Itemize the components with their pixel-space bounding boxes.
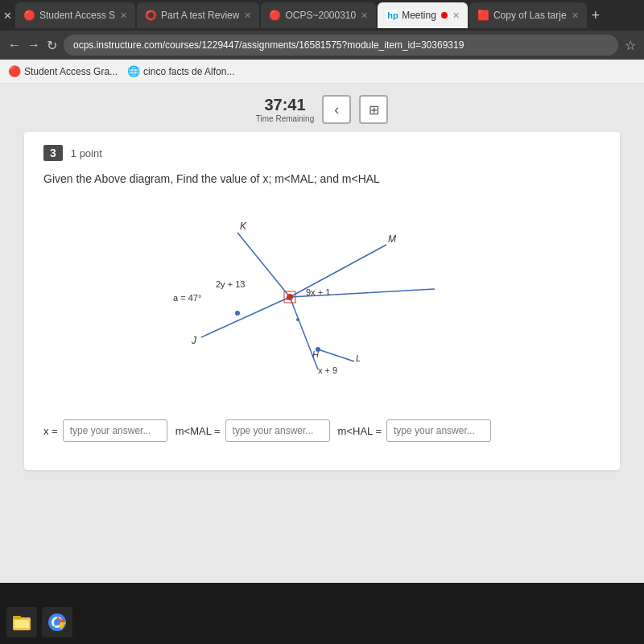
timer-area: 37:41 Time Remaining ‹ ⊞ — [0, 84, 644, 132]
tab-close-student[interactable]: ✕ — [120, 10, 127, 21]
question-number: 3 — [43, 145, 63, 161]
answer-input-hal[interactable] — [386, 419, 491, 442]
tab-copy[interactable]: 🟥 Copy of Las tarje ✕ — [469, 2, 587, 28]
tab-close-meeting[interactable]: ✕ — [452, 10, 460, 21]
tab-label-meeting: Meeting — [402, 10, 436, 21]
bookmark-star-icon[interactable]: ☆ — [625, 38, 636, 53]
tab-ocps[interactable]: 🔴 OCPS~2000310 ✕ — [261, 2, 376, 28]
tab-icon-copy: 🟥 — [477, 10, 489, 21]
svg-line-2 — [201, 297, 290, 337]
tab-label-copy: Copy of Las tarje — [493, 10, 567, 21]
calculator-button[interactable]: ⊞ — [359, 95, 388, 124]
svg-line-8 — [318, 349, 354, 361]
back-nav-button[interactable]: ‹ — [322, 95, 351, 124]
tab-close-copy[interactable]: ✕ — [572, 10, 579, 21]
svg-line-0 — [237, 233, 290, 297]
answer-area: x = m<MAL = m<HAL = — [43, 419, 601, 442]
new-tab-button[interactable]: + — [592, 7, 601, 24]
svg-text:a = 47°: a = 47° — [173, 293, 201, 303]
tab-icon-ocps: 🔴 — [269, 10, 280, 21]
tab-label-student: Student Access S — [39, 10, 115, 21]
bookmark-icon-student: 🔴 — [8, 65, 21, 77]
taskbar-file-explorer[interactable] — [6, 607, 37, 638]
svg-point-15 — [235, 311, 240, 316]
forward-button[interactable]: → — [27, 38, 40, 52]
svg-text:2y + 13: 2y + 13 — [216, 279, 245, 289]
svg-point-26 — [54, 619, 60, 625]
taskbar — [0, 601, 644, 644]
bookmark-icon-cinco: 🌐 — [127, 65, 140, 77]
tab-part-a[interactable]: ⭕ Part A test Review ✕ — [137, 2, 259, 28]
bookmark-label-student: Student Access Gra... — [24, 66, 118, 77]
svg-text:9x + 1: 9x + 1 — [306, 287, 330, 297]
tab-label-ocps: OCPS~2000310 — [285, 10, 356, 21]
tab-icon-meeting: hp — [386, 10, 397, 21]
answer-group-hal: m<HAL = — [338, 419, 491, 442]
svg-text:L: L — [356, 353, 361, 363]
question-header: 3 1 point — [43, 145, 601, 161]
svg-point-14 — [316, 347, 320, 352]
svg-text:A: A — [286, 293, 292, 302]
answer-input-x[interactable] — [63, 419, 167, 442]
chrome-icon — [46, 611, 68, 634]
tab-close-ocps[interactable]: ✕ — [361, 10, 368, 21]
question-text: Given the Above diagram, Find the value … — [43, 171, 601, 188]
answer-label-mal: m<MAL = — [175, 425, 221, 437]
answer-group-mal: m<MAL = — [175, 419, 330, 442]
timer-value: 37:41 — [256, 96, 314, 114]
diagram-svg: K J M H L — [43, 200, 601, 410]
bookmark-cinco-facts[interactable]: 🌐 cinco facts de Alfon... — [127, 65, 234, 77]
answer-label-x: x = — [43, 425, 58, 437]
bookmark-label-cinco: cinco facts de Alfon... — [143, 66, 234, 77]
timer-box: 37:41 Time Remaining — [256, 96, 314, 123]
tab-icon-student: 🔴 — [23, 10, 35, 21]
svg-rect-22 — [13, 616, 21, 619]
tab-close-part-a[interactable]: ✕ — [244, 10, 251, 21]
refresh-button[interactable]: ↻ — [47, 38, 57, 53]
tab-label-part-a: Part A test Review — [161, 10, 239, 21]
bookmarks-bar: 🔴 Student Access Gra... 🌐 cinco facts de… — [0, 60, 644, 84]
tab-bar: ✕ 🔴 Student Access S ✕ ⭕ Part A test Rev… — [0, 0, 644, 31]
answer-input-mal[interactable] — [225, 419, 330, 442]
svg-point-16 — [296, 318, 299, 321]
tab-icon-part-a: ⭕ — [145, 10, 156, 21]
address-bar: ← → ↻ ☆ — [0, 31, 644, 60]
answer-label-hal: m<HAL = — [338, 425, 382, 437]
address-input[interactable] — [64, 35, 618, 56]
svg-text:K: K — [240, 221, 247, 232]
answer-group-x: x = — [43, 419, 167, 442]
svg-line-4 — [290, 245, 386, 297]
svg-rect-23 — [14, 620, 29, 628]
browser-chrome: ✕ 🔴 Student Access S ✕ ⭕ Part A test Rev… — [0, 0, 644, 84]
bookmark-student-access[interactable]: 🔴 Student Access Gra... — [8, 65, 118, 77]
question-points: 1 point — [71, 147, 102, 159]
recording-indicator — [441, 12, 448, 19]
svg-text:J: J — [191, 335, 197, 346]
timer-label: Time Remaining — [256, 114, 314, 123]
file-explorer-icon — [10, 611, 33, 634]
diagram-area: K J M H L — [43, 200, 601, 410]
taskbar-chrome[interactable] — [42, 607, 72, 638]
question-card: 3 1 point Given the Above diagram, Find … — [24, 132, 620, 470]
tab-student-access[interactable]: 🔴 Student Access S ✕ — [15, 2, 135, 28]
close-prev-icon[interactable]: ✕ — [3, 10, 12, 22]
svg-text:x + 9: x + 9 — [318, 365, 337, 375]
page-content: 37:41 Time Remaining ‹ ⊞ 3 1 point Given… — [0, 84, 644, 583]
back-button[interactable]: ← — [8, 38, 21, 52]
tab-meeting[interactable]: hp Meeting ✕ — [378, 2, 468, 28]
svg-text:M: M — [388, 233, 396, 245]
